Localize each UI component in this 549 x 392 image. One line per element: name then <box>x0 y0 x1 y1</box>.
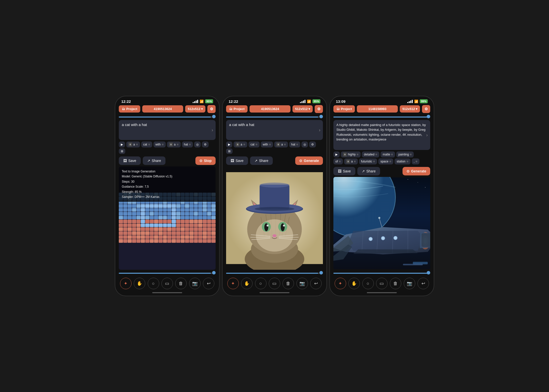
token-matte-3[interactable]: matte⊞ <box>381 151 395 157</box>
token-hat-2[interactable]: hat⊞ <box>289 141 300 147</box>
brush-btn-2[interactable]: ▭ <box>269 278 280 289</box>
hand-btn-2[interactable]: ✋ <box>241 278 253 289</box>
share-btn-1[interactable]: ↗ Share <box>143 156 165 165</box>
trash-btn-3[interactable]: 🗑 <box>390 278 401 289</box>
settings-btn-1[interactable]: ⚙ <box>207 105 216 113</box>
share-btn-2[interactable]: ↗ Share <box>250 156 273 165</box>
pixel-cell <box>189 212 194 216</box>
action-left-1: 🖼 Save ↗ Share <box>119 156 165 165</box>
settings-btn-2[interactable]: ⚙ <box>315 105 323 113</box>
eraser-btn-1[interactable]: ○ <box>148 278 159 289</box>
seed-btn-2[interactable]: 4190513624 <box>250 105 290 113</box>
token-space-3[interactable]: space⊞ <box>378 158 393 164</box>
prompt-area-3[interactable]: A highly detailed matte painting of a fu… <box>333 120 430 150</box>
token-comma-3[interactable]: ,⊞ <box>412 158 419 164</box>
seed-btn-3[interactable]: 1148158993 <box>357 105 398 113</box>
brush-btn-3[interactable]: ▭ <box>376 278 388 289</box>
wand-btn-3[interactable]: ✦ <box>335 278 346 289</box>
wand-btn-1[interactable]: ✦ <box>120 278 132 289</box>
generate-btn-2[interactable]: ⊙ Generate <box>295 156 323 165</box>
token-gear-1[interactable]: ⚙ <box>202 141 209 147</box>
token-play-3[interactable]: ▶ <box>333 151 340 157</box>
token-a2-1[interactable]: aa⊞ <box>167 141 181 147</box>
token-a1-1[interactable]: aa⊞ <box>126 141 140 147</box>
project-btn-3[interactable]: 🗂 Project <box>333 105 355 113</box>
bottom-slider-2[interactable] <box>226 272 323 274</box>
pixel-cell <box>167 212 171 216</box>
undo-btn-3[interactable]: ↩ <box>417 278 429 289</box>
generate-btn-3[interactable]: ⊙ Generate <box>403 167 430 175</box>
wand-btn-2[interactable]: ✦ <box>227 278 239 289</box>
brush-btn-1[interactable]: ▭ <box>161 278 173 289</box>
token-cat-2[interactable]: cat⊞ <box>249 141 260 147</box>
token-play-2[interactable]: ▶ <box>226 141 232 147</box>
save-btn-2[interactable]: 🖼 Save <box>226 156 248 165</box>
slider-1[interactable] <box>119 116 216 118</box>
pixel-cell <box>145 208 149 212</box>
stop-btn-1[interactable]: ⊙ Stop <box>195 156 216 165</box>
token-circle-2[interactable]: ◎ <box>301 141 308 147</box>
token-painting-3[interactable]: painting⊞ <box>396 151 414 157</box>
eraser-btn-3[interactable]: ○ <box>362 278 374 289</box>
camera-btn-2[interactable]: 📷 <box>296 278 308 289</box>
settings-btn-3[interactable]: ⚙ <box>422 105 430 113</box>
token-of-3[interactable]: of⊞ <box>333 158 343 164</box>
token-hat-1[interactable]: hat⊞ <box>182 141 193 147</box>
trash-btn-1[interactable]: 🗑 <box>175 278 187 289</box>
token-play-1[interactable]: ▶ <box>119 141 125 147</box>
size-btn-2[interactable]: 512x512 ▾ <box>292 105 313 113</box>
svg-point-58 <box>394 237 397 240</box>
undo-btn-2[interactable]: ↩ <box>310 278 322 289</box>
slider-thumb-2[interactable] <box>319 115 323 118</box>
slider-3[interactable] <box>333 116 430 118</box>
pixel-cell <box>123 227 128 231</box>
save-btn-1[interactable]: 🖼 Save <box>119 156 141 165</box>
bottom-slider-1[interactable] <box>119 272 216 274</box>
pixel-cell <box>119 235 123 239</box>
camera-btn-3[interactable]: 📷 <box>404 278 415 289</box>
pixel-cell <box>172 220 176 223</box>
prompt-area-1[interactable]: a cat with a hat › <box>119 120 216 140</box>
size-btn-1[interactable]: 512x512 ▾ <box>185 105 205 113</box>
pixel-cell <box>198 208 202 212</box>
pixel-cell <box>128 227 132 231</box>
save-btn-3[interactable]: 🖼 Save <box>333 167 355 175</box>
slider-2[interactable] <box>226 116 323 118</box>
token-a2-2[interactable]: aa⊞ <box>274 141 288 147</box>
share-btn-3[interactable]: ↗ Share <box>357 167 380 175</box>
prompt-area-2[interactable]: a cat with a hat › <box>226 120 323 140</box>
trash-btn-2[interactable]: 🗑 <box>282 278 294 289</box>
hand-btn-1[interactable]: ✋ <box>134 278 145 289</box>
bottom-slider-thumb-1[interactable] <box>212 271 216 274</box>
size-btn-3[interactable]: 512x512 ▾ <box>400 105 420 113</box>
pixel-cell <box>119 231 123 235</box>
pixel-cell <box>137 208 141 212</box>
hand-btn-3[interactable]: ✋ <box>348 278 360 289</box>
token-grid-2[interactable]: ⊞ <box>226 148 233 154</box>
token-grid-1[interactable]: ⊞ <box>119 148 125 154</box>
pixel-cell <box>128 212 132 216</box>
token-cat-1[interactable]: cat⊞ <box>141 141 152 147</box>
image-area-3 <box>333 177 430 270</box>
token-futuristic-3[interactable]: futuristic⊞ <box>359 158 377 164</box>
token-gear-2[interactable]: ⚙ <box>309 141 316 147</box>
image-area-1: Text to Image Generation Model: Generic … <box>119 166 216 270</box>
bottom-slider-3[interactable] <box>333 272 430 274</box>
seed-btn-1[interactable]: 4190513624 <box>142 105 183 113</box>
pixel-cell <box>167 208 171 212</box>
token-circle-1[interactable]: ◎ <box>194 141 201 147</box>
slider-thumb-1[interactable] <box>212 115 216 118</box>
project-btn-2[interactable]: 🗂 Project <box>226 105 248 113</box>
token-station-3[interactable]: station⊞ <box>395 158 410 164</box>
token-highly-3[interactable]: ahighly⊞ <box>341 151 361 157</box>
token-with-1[interactable]: with⊞ <box>153 141 166 147</box>
camera-btn-1[interactable]: 📷 <box>189 278 201 289</box>
token-detailed-3[interactable]: detailed⊞ <box>362 151 379 157</box>
token-a-3[interactable]: aa⊞ <box>344 158 358 164</box>
project-btn-1[interactable]: 🗂 Project <box>119 105 140 113</box>
undo-btn-1[interactable]: ↩ <box>203 278 214 289</box>
token-with-2[interactable]: with⊞ <box>261 141 273 147</box>
eraser-btn-2[interactable]: ○ <box>255 278 267 289</box>
token-a1-2[interactable]: aa⊞ <box>234 141 247 147</box>
pixel-cell <box>123 220 128 223</box>
